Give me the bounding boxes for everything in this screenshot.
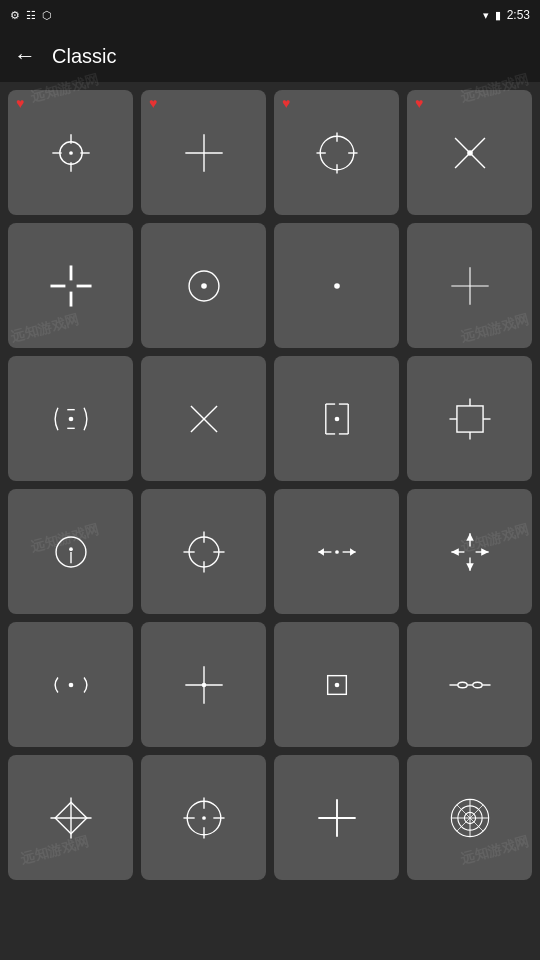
crosshair-icon-5 [43,258,99,314]
svg-marker-60 [466,563,473,570]
crosshair-cell-14[interactable] [141,489,266,614]
crosshair-cell-17[interactable] [8,622,133,747]
crosshair-icon-24 [442,790,498,846]
crosshair-cell-16[interactable] [407,489,532,614]
crosshair-icon-2 [176,125,232,181]
crosshair-icon-23 [309,790,365,846]
svg-marker-62 [481,548,488,555]
svg-point-25 [68,416,73,421]
crosshair-cell-21[interactable] [8,755,133,880]
crosshair-icon-18 [176,657,232,713]
crosshair-cell-12[interactable] [407,356,532,481]
svg-marker-59 [466,533,473,540]
time-display: 2:53 [507,8,530,22]
crosshair-icon-7 [309,258,365,314]
crosshair-icon-15 [309,524,365,580]
svg-point-66 [201,682,206,687]
crosshair-icon-6 [176,258,232,314]
battery-icon: ▮ [495,9,501,22]
crosshair-cell-22[interactable] [141,755,266,880]
crosshair-icon-21 [43,790,99,846]
svg-point-15 [467,150,473,156]
crosshair-cell-15[interactable] [274,489,399,614]
svg-point-70 [472,682,481,688]
svg-point-21 [201,283,207,289]
crosshair-icon-14 [176,524,232,580]
crosshair-icon-20 [442,657,498,713]
crosshair-cell-2[interactable]: ♥ [141,90,266,215]
status-bar: ⚙ ☷ ⬡ ▾ ▮ 2:53 [0,0,540,30]
crosshair-icon-4 [442,125,498,181]
favorite-icon-4: ♥ [415,96,423,110]
crosshair-cell-8[interactable] [407,223,532,348]
svg-point-22 [334,283,340,289]
crosshair-cell-3[interactable]: ♥ [274,90,399,215]
crosshair-cell-1[interactable]: ♥ [8,90,133,215]
crosshair-cell-6[interactable] [141,223,266,348]
signal-icon: ☷ [26,9,36,22]
wifi-icon: ▾ [483,9,489,22]
favorite-icon-3: ♥ [282,96,290,110]
svg-marker-53 [350,548,356,555]
crosshair-cell-7[interactable] [274,223,399,348]
page-title: Classic [52,45,116,68]
android-icon: ⚙ [10,9,20,22]
svg-point-69 [457,682,466,688]
crosshair-icon-3 [309,125,365,181]
crosshair-icon-13 [43,524,99,580]
crosshair-cell-5[interactable] [8,223,133,348]
svg-point-82 [202,816,206,820]
svg-point-54 [335,550,339,554]
svg-point-5 [69,151,73,155]
status-left: ⚙ ☷ ⬡ [10,9,52,22]
svg-point-68 [334,682,339,687]
crosshair-cell-11[interactable] [274,356,399,481]
crosshair-icon-10 [176,391,232,447]
svg-marker-61 [451,548,458,555]
crosshair-cell-20[interactable] [407,622,532,747]
favorite-icon-2: ♥ [149,96,157,110]
crosshair-cell-23[interactable] [274,755,399,880]
crosshair-icon-16 [442,524,498,580]
crosshair-icon-17 [43,657,99,713]
app-icon: ⬡ [42,9,52,22]
svg-rect-37 [456,405,482,431]
crosshair-icon-11 [309,391,365,447]
top-bar: ← Classic [0,30,540,82]
crosshair-icon-22 [176,790,232,846]
crosshair-cell-24[interactable] [407,755,532,880]
crosshair-cell-19[interactable] [274,622,399,747]
crosshair-icon-8 [442,258,498,314]
crosshair-icon-12 [442,391,498,447]
crosshair-cell-9[interactable] [8,356,133,481]
crosshair-cell-10[interactable] [141,356,266,481]
back-button[interactable]: ← [14,43,36,69]
crosshair-grid: ♥ ♥ ♥ ♥ [0,82,540,888]
status-right: ▾ ▮ 2:53 [483,8,530,22]
crosshair-cell-18[interactable] [141,622,266,747]
svg-point-63 [68,682,73,687]
favorite-icon-1: ♥ [16,96,24,110]
crosshair-icon-19 [309,657,365,713]
crosshair-cell-4[interactable]: ♥ [407,90,532,215]
svg-point-44 [69,547,73,551]
svg-point-36 [334,416,339,421]
svg-marker-52 [318,548,324,555]
crosshair-cell-13[interactable] [8,489,133,614]
crosshair-icon-9 [43,391,99,447]
crosshair-icon-1 [43,125,99,181]
